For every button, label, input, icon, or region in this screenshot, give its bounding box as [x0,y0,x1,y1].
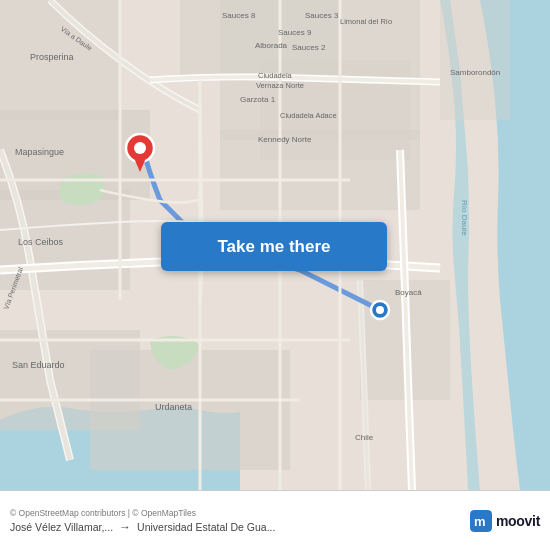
svg-text:Sauces 8: Sauces 8 [222,11,256,20]
moovit-logo-icon: m [470,510,492,532]
svg-text:Chile: Chile [355,433,374,442]
attribution-text: © OpenStreetMap contributors | © OpenMap… [10,508,470,518]
svg-text:Samborondón: Samborondón [450,68,500,77]
svg-text:Urdaneta: Urdaneta [155,402,192,412]
bottom-left-info: © OpenStreetMap contributors | © OpenMap… [10,508,470,534]
svg-point-42 [134,142,146,154]
svg-text:Sauces 3: Sauces 3 [305,11,339,20]
svg-rect-10 [440,0,510,120]
svg-text:Los Ceibos: Los Ceibos [18,237,64,247]
route-label-row: José Vélez Villamar,... → Universidad Es… [10,520,470,534]
svg-text:Alborada: Alborada [255,41,288,50]
take-me-there-button[interactable]: Take me there [161,222,387,271]
svg-text:Prosperina: Prosperina [30,52,74,62]
svg-text:Ciudadela Adace: Ciudadela Adace [280,111,337,120]
route-dest-label: Universidad Estatal De Gua... [137,521,275,533]
map-view: Prosperina Mapasingue Los Ceibos San Edu… [0,0,550,490]
route-arrow-icon: → [119,520,131,534]
svg-text:Sauces 2: Sauces 2 [292,43,326,52]
svg-text:Kennedy Norte: Kennedy Norte [258,135,312,144]
svg-text:San Eduardo: San Eduardo [12,360,65,370]
svg-point-45 [376,306,384,314]
svg-text:m: m [474,514,486,529]
moovit-brand: m moovit [470,510,540,532]
svg-text:Garzota 1: Garzota 1 [240,95,276,104]
svg-text:Mapasingue: Mapasingue [15,147,64,157]
svg-text:Ciudadela: Ciudadela [258,71,293,80]
route-origin-label: José Vélez Villamar,... [10,521,113,533]
svg-text:Limonal del Río: Limonal del Río [340,17,392,26]
svg-text:Boyacá: Boyacá [395,288,422,297]
svg-text:Sauces 9: Sauces 9 [278,28,312,37]
bottom-bar: © OpenStreetMap contributors | © OpenMap… [0,490,550,550]
svg-text:Vernaza Norte: Vernaza Norte [256,81,304,90]
svg-text:Río Daule: Río Daule [460,200,469,236]
moovit-wordmark: moovit [496,513,540,529]
